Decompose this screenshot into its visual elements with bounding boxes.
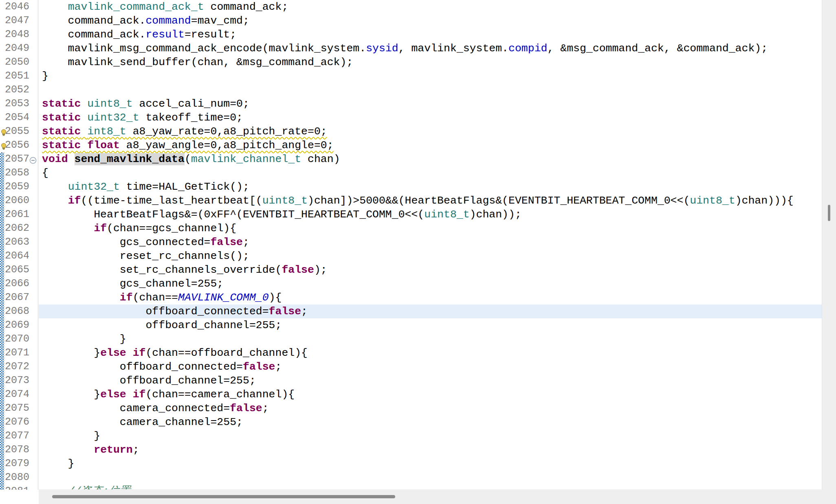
line-background (39, 429, 822, 443)
code-line[interactable]: 2063 gcs_connected=false; (0, 235, 822, 249)
code-line[interactable]: 2061 HeartBeatFlags&=(0xFF^(EVENTBIT_HEA… (0, 208, 822, 221)
horizontal-scrollbar-thumb[interactable] (52, 495, 395, 498)
line-number[interactable]: 2058 (5, 166, 30, 180)
line-background (39, 83, 822, 97)
code-line[interactable]: 2072 offboard_connected=false; (0, 360, 822, 374)
line-number[interactable]: 2046 (5, 0, 30, 14)
code-line[interactable]: 2046 mavlink_command_ack_t command_ack; (0, 0, 822, 14)
code-line[interactable]: 2073 offboard_channel=255; (0, 374, 822, 388)
line-number[interactable]: 2051 (5, 69, 30, 83)
code-text: if(chan==MAVLINK_COMM_0){ (42, 291, 282, 305)
code-line[interactable]: 2047 command_ack.command=mav_cmd; (0, 14, 822, 28)
code-text: static uint8_t accel_cali_num=0; (42, 97, 249, 111)
code-editor: 2046 mavlink_command_ack_t command_ack;2… (0, 0, 836, 504)
line-number[interactable]: 2081 (5, 484, 30, 490)
code-text: command_ack.command=mav_cmd; (42, 14, 249, 28)
code-text: mavlink_command_ack_t command_ack; (42, 0, 288, 14)
code-text: mavlink_send_buffer(chan, &msg_command_a… (42, 55, 353, 69)
line-number[interactable]: 2050 (5, 55, 30, 69)
line-number[interactable]: 2071 (5, 346, 30, 360)
code-line[interactable]: 2064 reset_rc_channels(); (0, 249, 822, 263)
code-line[interactable]: 2074 }else if(chan==camera_channel){ (0, 388, 822, 401)
line-number[interactable]: 2070 (5, 332, 30, 346)
line-number[interactable]: 2047 (5, 14, 30, 28)
line-number[interactable]: 2078 (5, 443, 30, 457)
code-line[interactable]: 2079 } (0, 457, 822, 471)
line-number[interactable]: 2061 (5, 208, 30, 221)
line-number[interactable]: 2049 (5, 42, 30, 55)
line-number[interactable]: 2062 (5, 221, 30, 235)
line-number[interactable]: 2055 (5, 125, 30, 138)
code-line[interactable]: 2069 offboard_channel=255; (0, 318, 822, 332)
line-number[interactable]: 2075 (5, 401, 30, 415)
code-line[interactable]: 2057void send_mavlink_data(mavlink_chann… (0, 152, 822, 166)
code-line-current[interactable]: 2068 offboard_connected=false; (0, 305, 822, 318)
line-number[interactable]: 2074 (5, 388, 30, 401)
line-background (39, 332, 822, 346)
code-text: gcs_connected=false; (42, 235, 249, 249)
code-line[interactable]: 2078 return; (0, 443, 822, 457)
line-number[interactable]: 2052 (5, 83, 30, 97)
line-number[interactable]: 2072 (5, 360, 30, 374)
line-number[interactable]: 2064 (5, 249, 30, 263)
line-background (39, 471, 822, 484)
code-line[interactable]: 2062 if(chan==gcs_channel){ (0, 221, 822, 235)
line-number[interactable]: 2057 (5, 152, 30, 166)
horizontal-scrollbar-track[interactable] (39, 489, 822, 504)
code-line[interactable]: 2067 if(chan==MAVLINK_COMM_0){ (0, 291, 822, 305)
code-text: }else if(chan==camera_channel){ (42, 388, 295, 401)
code-text: } (42, 457, 75, 471)
code-text: offboard_channel=255; (42, 374, 256, 388)
vertical-scrollbar-thumb[interactable] (828, 205, 830, 221)
code-line[interactable]: 2051} (0, 69, 822, 83)
code-line[interactable]: 2076 camera_channel=255; (0, 415, 822, 429)
code-line[interactable]: 2071 }else if(chan==offboard_channel){ (0, 346, 822, 360)
line-number[interactable]: 2069 (5, 318, 30, 332)
code-line[interactable]: 2060 if((time-time_last_heartbeat[(uint8… (0, 194, 822, 208)
line-number[interactable]: 2054 (5, 111, 30, 125)
line-number[interactable]: 2067 (5, 291, 30, 305)
line-number[interactable]: 2079 (5, 457, 30, 471)
line-number[interactable]: 2059 (5, 180, 30, 194)
code-line[interactable]: 2054static uint32_t takeoff_time=0; (0, 111, 822, 125)
code-line[interactable]: 2070 } (0, 332, 822, 346)
line-number[interactable]: 2065 (5, 263, 30, 277)
code-text: offboard_channel=255; (42, 318, 282, 332)
line-background (39, 457, 822, 471)
line-number[interactable]: 2060 (5, 194, 30, 208)
code-line[interactable]: 2048 command_ack.result=result; (0, 28, 822, 42)
line-number[interactable]: 2076 (5, 415, 30, 429)
code-line[interactable]: 2065 set_rc_channels_override(false); (0, 263, 822, 277)
code-line[interactable]: 2056static float a8_yaw_angle=0,a8_pitch… (0, 138, 822, 152)
code-text: void send_mavlink_data(mavlink_channel_t… (42, 152, 340, 166)
code-text: command_ack.result=result; (42, 28, 236, 42)
code-line[interactable]: 2080 (0, 471, 822, 484)
line-number[interactable]: 2080 (5, 471, 30, 484)
code-line[interactable]: 2077 } (0, 429, 822, 443)
line-number[interactable]: 2063 (5, 235, 30, 249)
code-viewport[interactable]: 2046 mavlink_command_ack_t command_ack;2… (0, 0, 822, 490)
line-number[interactable]: 2048 (5, 28, 30, 42)
line-number[interactable]: 2077 (5, 429, 30, 443)
code-text: offboard_connected=false; (42, 360, 282, 374)
line-number[interactable]: 2068 (5, 305, 30, 318)
code-text: static int8_t a8_yaw_rate=0,a8_pitch_rat… (42, 125, 327, 138)
code-text: camera_connected=false; (42, 401, 269, 415)
code-line[interactable]: 2058{ (0, 166, 822, 180)
code-line[interactable]: 2066 gcs_channel=255; (0, 277, 822, 291)
vertical-scrollbar-track[interactable] (822, 0, 836, 504)
code-text: { (42, 166, 48, 180)
code-line[interactable]: 2049 mavlink_msg_command_ack_encode(mavl… (0, 42, 822, 55)
code-line[interactable]: 2053static uint8_t accel_cali_num=0; (0, 97, 822, 111)
line-number[interactable]: 2073 (5, 374, 30, 388)
code-line[interactable]: 2055static int8_t a8_yaw_rate=0,a8_pitch… (0, 125, 822, 138)
code-text: return; (42, 443, 139, 457)
line-number[interactable]: 2053 (5, 97, 30, 111)
line-number[interactable]: 2066 (5, 277, 30, 291)
code-line[interactable]: 2059 uint32_t time=HAL_GetTick(); (0, 180, 822, 194)
line-number[interactable]: 2056 (5, 138, 30, 152)
code-line[interactable]: 2052 (0, 83, 822, 97)
fold-collapse-icon[interactable] (29, 156, 37, 163)
code-line[interactable]: 2075 camera_connected=false; (0, 401, 822, 415)
code-line[interactable]: 2050 mavlink_send_buffer(chan, &msg_comm… (0, 55, 822, 69)
